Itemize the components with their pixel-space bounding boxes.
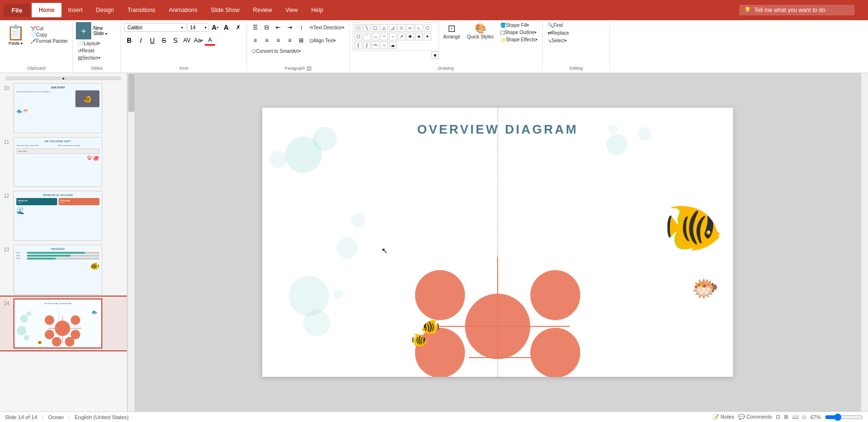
shape-curve[interactable]: ⌓	[372, 33, 379, 40]
format-painter-button[interactable]: 🖌️ Format Painter	[28, 38, 70, 44]
shape-bracket[interactable]: {	[355, 41, 362, 49]
bullet-list-button[interactable]: ☰	[250, 22, 260, 33]
shape-line[interactable]: ╲	[363, 24, 371, 32]
tab-view[interactable]: View	[279, 3, 305, 17]
section-button[interactable]: ▤ Section ▾	[76, 55, 107, 61]
tab-animations[interactable]: Animations	[162, 3, 204, 17]
paste-button[interactable]: 📋 Paste ▾	[3, 22, 28, 48]
notes-btn[interactable]: 📝 Notes	[712, 414, 734, 420]
reset-button[interactable]: ↺ Reset	[76, 48, 107, 54]
shape-right-triangle[interactable]: ◿	[389, 24, 397, 32]
shape-explosion[interactable]: ✦	[424, 33, 431, 40]
slide-item-10[interactable]: 10 OUR STORY Lorem ipsum dolor sit amet …	[0, 81, 127, 135]
select-button[interactable]: ↘ Select ▾	[546, 37, 571, 44]
paragraph-expand[interactable]: ⊡	[307, 66, 311, 71]
arrange-button[interactable]: ⊡ Arrange	[441, 22, 463, 41]
tab-design[interactable]: Design	[89, 3, 121, 17]
shape-fill-button[interactable]: 🪣 Shape Fill ▾	[498, 22, 539, 28]
shape-arc[interactable]: ⌒	[363, 33, 371, 40]
svg-point-0	[20, 315, 28, 323]
slide-10-content: OUR STORY Lorem ipsum dolor sit amet con…	[14, 84, 102, 133]
shadow-button[interactable]: S	[170, 35, 181, 46]
shape-round-rect[interactable]: ▢	[372, 24, 379, 32]
shape-star[interactable]: ★	[415, 33, 423, 40]
cut-button[interactable]: ✂️ Cut	[28, 25, 70, 32]
convert-smartart-button[interactable]: ⬡ Convert to SmartArt ▾	[250, 48, 302, 54]
shape-rect[interactable]: ⬜	[355, 24, 362, 32]
canvas-area[interactable]: OVERVIEW DIAGRAM	[134, 73, 861, 411]
tab-slideshow[interactable]: Slide Show	[204, 3, 246, 17]
clear-format-button[interactable]: ✗	[233, 22, 244, 33]
slides-panel[interactable]: ▲ 10 OUR STORY Lorem ipsum dolor sit ame…	[0, 73, 127, 411]
tab-review[interactable]: Review	[246, 3, 279, 17]
quick-styles-button[interactable]: 🎨 Quick Styles	[465, 22, 496, 41]
font-color-button[interactable]: A	[205, 35, 215, 46]
slide-item-12[interactable]: 12 PROBLEM VS. SOLUTION PROBLEM details …	[0, 189, 127, 243]
increase-font-button[interactable]: A+	[210, 22, 220, 33]
bold-button[interactable]: B	[124, 35, 134, 46]
normal-view-btn[interactable]: ⊡	[776, 414, 780, 420]
shape-arrow2[interactable]: ↗	[398, 33, 405, 40]
align-text-button[interactable]: ⊡ Align Text ▾	[307, 37, 338, 44]
new-slide-icon[interactable]: ＋	[76, 22, 91, 39]
shape-circle[interactable]: ○	[380, 41, 388, 49]
change-case-button[interactable]: Aa▾	[193, 35, 204, 46]
shape-octagon[interactable]: ⬡	[355, 33, 362, 40]
tab-help[interactable]: Help	[305, 3, 330, 17]
shape-cross[interactable]: ✚	[406, 33, 414, 40]
align-center-button[interactable]: ≡	[261, 35, 272, 46]
layout-button[interactable]: 📄 Layout ▾	[76, 40, 107, 47]
shape-arrow[interactable]: →	[389, 33, 397, 40]
file-tab[interactable]: File	[4, 4, 30, 17]
shape-cloud[interactable]: ☁	[389, 41, 397, 49]
find-button[interactable]: 🔍 Find	[546, 22, 571, 28]
slide-sorter-btn[interactable]: ⊞	[784, 414, 788, 420]
columns-button[interactable]: ⊞	[296, 35, 306, 46]
tab-transitions[interactable]: Transitions	[121, 3, 162, 17]
scroll-thumb[interactable]	[128, 74, 134, 112]
shape-effects-button[interactable]: ✨ Shape Effects ▾	[498, 37, 539, 43]
slide-item-13[interactable]: 13 PROGRESS Step 1 Step 2 Step 3 🐠	[0, 243, 127, 297]
decrease-indent-button[interactable]: ⇤	[273, 22, 283, 33]
shape-diamond[interactable]: ◇	[398, 24, 405, 32]
increase-indent-button[interactable]: ⇥	[284, 22, 295, 33]
slides-scrollbar[interactable]	[127, 73, 134, 411]
copy-button[interactable]: 📄 Copy	[28, 32, 70, 38]
font-size-selector[interactable]: 14 ▾	[187, 23, 209, 32]
underline-button[interactable]: U	[147, 35, 158, 46]
replace-button[interactable]: ⇄ Replace	[546, 30, 571, 36]
fish-small-icon: 🐡	[692, 276, 719, 301]
strikethrough-button[interactable]: S	[159, 35, 169, 46]
shape-outline-button[interactable]: ▢ Shape Outline ▾	[498, 29, 539, 36]
reading-view-btn[interactable]: 📖	[792, 414, 799, 420]
search-box[interactable]: 💡 Tell me what you want to do	[739, 5, 855, 15]
font-name-selector[interactable]: Calibri ▾	[124, 23, 186, 32]
svg-text:🐟: 🐟	[91, 309, 98, 315]
align-right-button[interactable]: ≡	[273, 35, 283, 46]
shape-hexagon[interactable]: ⬡	[424, 24, 431, 32]
line-spacing-button[interactable]: ↕	[296, 22, 306, 33]
scroll-up-btn[interactable]: ▲	[0, 75, 127, 81]
shapes-expand[interactable]: ▼	[431, 51, 439, 59]
char-spacing-button[interactable]: AV	[182, 35, 192, 46]
slide-item-11[interactable]: 11 DID YOU KNOW THAT? Text here about oc…	[0, 135, 127, 189]
decrease-font-button[interactable]: A-	[221, 22, 232, 33]
align-left-button[interactable]: ≡	[250, 35, 260, 46]
shape-parallelogram[interactable]: ▱	[406, 24, 414, 32]
italic-button[interactable]: I	[135, 35, 146, 46]
shape-brace[interactable]: }	[363, 41, 371, 49]
shape-connector[interactable]: ⌔	[380, 33, 388, 40]
slideshow-btn[interactable]: ▷	[803, 414, 807, 420]
zoom-slider[interactable]	[825, 413, 863, 421]
tab-home[interactable]: Home	[32, 3, 61, 17]
shape-wave[interactable]: 〜	[372, 41, 379, 49]
numbered-list-button[interactable]: ⊟	[261, 22, 272, 33]
new-slide-button[interactable]: NewSlide ▾	[93, 25, 107, 36]
shape-triangle[interactable]: △	[380, 24, 388, 32]
tab-insert[interactable]: Insert	[61, 3, 89, 17]
shape-trapezoid[interactable]: ⏢	[415, 24, 423, 32]
text-direction-button[interactable]: ⟲ Text Direction ▾	[307, 25, 346, 31]
comments-btn[interactable]: 💬 Comments	[738, 414, 772, 420]
justify-button[interactable]: ≡	[284, 35, 295, 46]
slide-item-14[interactable]: 14 OVERVIEW DIAGRAM	[0, 297, 127, 350]
